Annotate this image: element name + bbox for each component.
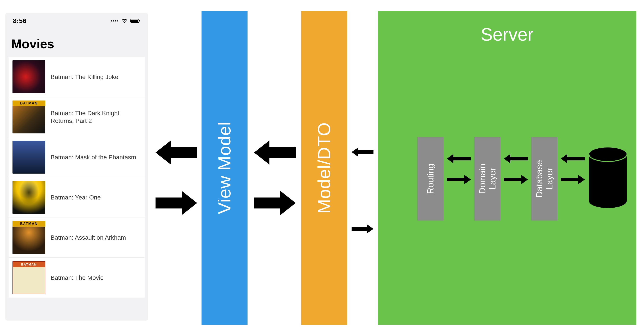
page-title: Movies (6, 26, 148, 57)
svg-rect-1 (131, 20, 138, 22)
view-model-pillar: View Model (202, 11, 248, 325)
view-model-label: View Model (214, 122, 234, 214)
arrow-left-icon (352, 147, 374, 157)
movie-title: Batman: The Movie (50, 274, 104, 282)
cellular-signal-icon: •••• (110, 19, 118, 24)
movie-poster (12, 60, 45, 93)
arrow-right-icon (352, 224, 374, 234)
list-item[interactable]: BATMAN Batman: The Movie (8, 258, 145, 298)
poster-badge: BATMAN (12, 100, 45, 106)
domain-layer: DomainLayer (474, 137, 500, 221)
movie-title: Batman: The Dark Knight Returns, Part 2 (50, 109, 141, 125)
model-dto-label: Model/DTO (314, 122, 334, 214)
arrow-right-icon (504, 175, 528, 185)
movie-title: Batman: Assault on Arkham (50, 234, 126, 241)
database-icon (588, 147, 628, 209)
phone-mock: 8:56 •••• Movies Batman: The Killing Jok… (6, 13, 148, 320)
svg-rect-2 (139, 20, 140, 22)
svg-marker-16 (561, 154, 585, 163)
svg-marker-15 (504, 175, 528, 184)
arrow-right-icon (254, 191, 296, 215)
svg-marker-6 (156, 140, 197, 164)
arrow-left-icon (561, 154, 585, 164)
list-item[interactable]: Batman: Year One (8, 177, 145, 218)
movie-list: Batman: The Killing Joke BATMAN Batman: … (8, 57, 145, 298)
svg-marker-13 (447, 175, 471, 184)
list-item[interactable]: Batman: Mask of the Phantasm (8, 137, 145, 177)
status-bar: 8:56 •••• (6, 13, 148, 26)
model-dto-pillar: Model/DTO (301, 11, 347, 325)
database-label: DatabaseLayer (534, 160, 554, 198)
architecture-diagram: 8:56 •••• Movies Batman: The Killing Jok… (0, 0, 644, 334)
arrow-right-icon (447, 175, 471, 185)
database-layer: DatabaseLayer (531, 137, 558, 221)
poster-badge: BATMAN (13, 262, 45, 267)
domain-label: DomainLayer (477, 164, 498, 194)
movie-poster (12, 181, 45, 214)
list-item[interactable]: BATMAN Batman: The Dark Knight Returns, … (8, 97, 145, 137)
svg-marker-9 (254, 191, 296, 215)
svg-marker-14 (504, 154, 528, 163)
svg-marker-17 (561, 175, 585, 184)
movie-poster: BATMAN (12, 261, 45, 294)
status-time: 8:56 (13, 17, 26, 25)
svg-marker-12 (447, 154, 471, 163)
battery-icon (130, 19, 140, 23)
server-title: Server (378, 24, 636, 45)
movie-poster: BATMAN (12, 100, 45, 133)
movie-title: Batman: Year One (50, 194, 101, 201)
list-item[interactable]: Batman: The Killing Joke (8, 57, 145, 97)
svg-marker-7 (254, 140, 296, 164)
list-item[interactable]: BATMAN Batman: Assault on Arkham (8, 218, 145, 258)
svg-marker-11 (352, 224, 374, 234)
arrow-left-icon (254, 140, 296, 164)
svg-marker-10 (352, 147, 374, 157)
routing-label: Routing (426, 164, 436, 194)
movie-poster: BATMAN (12, 221, 45, 254)
movie-poster (12, 141, 45, 174)
status-icons: •••• (110, 19, 140, 24)
arrow-left-icon (504, 154, 528, 164)
wifi-icon (121, 19, 128, 23)
arrow-left-icon (447, 154, 471, 164)
arrow-right-icon (156, 191, 197, 215)
poster-badge: BATMAN (12, 221, 45, 227)
svg-marker-8 (156, 191, 197, 215)
arrow-right-icon (561, 175, 585, 185)
movie-title: Batman: Mask of the Phantasm (50, 153, 136, 161)
svg-point-5 (589, 194, 627, 208)
routing-layer: Routing (417, 137, 444, 221)
movie-title: Batman: The Killing Joke (50, 73, 118, 81)
arrow-left-icon (156, 140, 197, 164)
server-block: Server Routing DomainLayer DatabaseLayer (378, 11, 636, 325)
